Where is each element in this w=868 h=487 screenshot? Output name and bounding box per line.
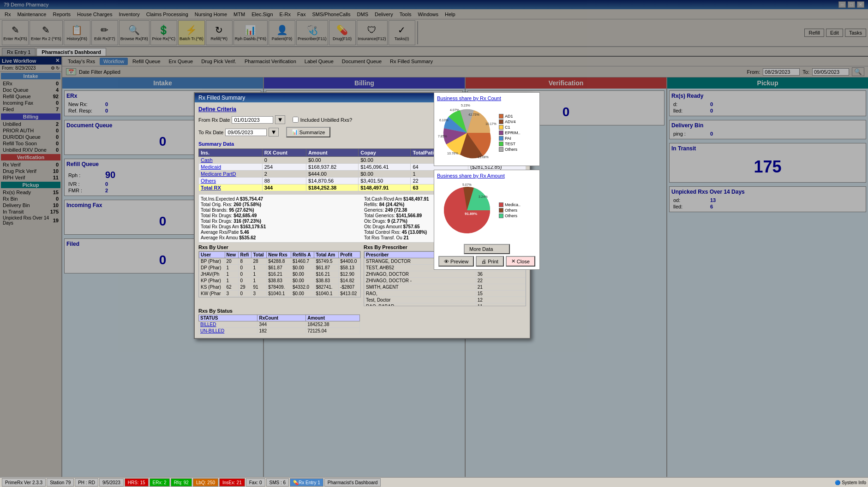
- rx-entry-icon: 💊: [293, 480, 299, 485]
- user-label: PH : RD: [75, 478, 98, 487]
- table-row: BP (Phar)20828 $4288.8$1460.7$5749.5$440…: [199, 258, 360, 265]
- sms-status[interactable]: SMS : 6: [266, 478, 289, 487]
- table-row: ZHIVAGO, DOCTOR36: [365, 271, 526, 278]
- status-bar: PrimeRx Ver 2.3.3 Station 79 PH : RD 9/5…: [0, 477, 868, 487]
- rxs-by-status-title: Rxs By Status: [198, 308, 526, 314]
- table-row: DP (Phar)101 $61.87$0.00$61.87$58.13: [199, 265, 360, 271]
- to-date-picker[interactable]: ▼: [269, 128, 278, 137]
- rx-count-pie-chart: 10.17% 13.08% 10.76% 7.85% 6.10% 4.07% 5…: [437, 103, 497, 163]
- include-unbilled-row: Included Unbilled Rxs?: [293, 117, 353, 123]
- rx-count-chart-box: Business share by Rx Count: [434, 92, 540, 166]
- svg-text:4.07%: 4.07%: [450, 108, 459, 112]
- svg-text:91.89%: 91.89%: [465, 212, 477, 216]
- print-btn[interactable]: 🖨 Print: [476, 256, 504, 267]
- preview-btn[interactable]: 👁 Preview: [438, 256, 474, 267]
- table-row: RAO, BABAR11: [365, 303, 526, 307]
- rx-amount-chart-title[interactable]: Business share by Rx Amount: [437, 173, 537, 178]
- close-icon: ✕: [511, 258, 515, 264]
- fax-status[interactable]: Fax: 0: [246, 478, 265, 487]
- sysinfo-btn[interactable]: 🔵 System Info: [835, 480, 866, 485]
- rxs-by-status-table: STATUS RxCount Amount BILLED 344 184252.…: [198, 315, 360, 334]
- include-unbilled-label: Included Unbilled Rxs?: [300, 117, 353, 123]
- rfq-status[interactable]: Rfq: 92: [171, 478, 192, 487]
- svg-text:10.17%: 10.17%: [485, 122, 497, 125]
- rxs-by-status-section: Rxs By Status STATUS RxCount Amount BILL…: [198, 308, 526, 334]
- erx-status[interactable]: ERx: 2: [150, 478, 170, 487]
- svg-text:13.08%: 13.08%: [478, 155, 489, 159]
- table-row: SMITH, AGENT21: [365, 284, 526, 291]
- close-modal-btn[interactable]: ✕ Close: [506, 256, 535, 267]
- summarize-btn[interactable]: 📊 Summarize: [286, 127, 331, 137]
- modal-title: Rx Filled Summary: [198, 95, 245, 101]
- station-label: Station 79: [47, 478, 74, 487]
- action-buttons-row: 👁 Preview 🖨 Print ✕ Close: [438, 256, 535, 267]
- insex-status[interactable]: InsEx: 21: [219, 478, 245, 487]
- table-row: RAO,15: [365, 291, 526, 297]
- summarize-icon: 📊: [292, 129, 298, 135]
- lbq-status[interactable]: LbQ: 250: [193, 478, 218, 487]
- svg-text:10.76%: 10.76%: [447, 152, 458, 155]
- pharmacist-dashboard-tab-status[interactable]: Pharmacist's Dashboard: [324, 478, 381, 487]
- rx-amount-pie-chart: 91.89% 5.07% 3.24%: [437, 180, 497, 240]
- table-row: KS (Phar)622991 $78409.$4332.0$82741.-$2…: [199, 284, 360, 291]
- rxs-by-user-section: Rxs By User User New Refi Total New Rxs …: [198, 244, 361, 306]
- svg-text:5.23%: 5.23%: [461, 104, 470, 107]
- preview-icon: 👁: [444, 259, 449, 264]
- table-row: KW (Phar303 $1040.1$0.00$1040.1$413.02: [199, 291, 360, 297]
- rxs-by-user-table: User New Refi Total New Rxs Refills A To…: [199, 251, 360, 297]
- from-date-row: From Rx Date ▼: [198, 115, 285, 124]
- to-date-label: To Rx Date: [198, 130, 223, 135]
- rxs-by-user-scroll[interactable]: User New Refi Total New Rxs Refills A To…: [198, 251, 361, 297]
- to-date-input[interactable]: [225, 129, 267, 136]
- rx-amount-legend: Medica.. Others Others: [499, 180, 521, 240]
- from-date-input[interactable]: [232, 116, 273, 124]
- include-unbilled-checkbox[interactable]: [293, 117, 299, 123]
- print-icon: 🖨: [481, 259, 486, 264]
- table-row: UN-BILLED 182 72125.04: [199, 328, 360, 334]
- svg-text:5.07%: 5.07%: [462, 183, 472, 186]
- table-row: BILLED 344 184252.38: [199, 321, 360, 328]
- svg-text:7.85%: 7.85%: [438, 135, 447, 138]
- rx-count-legend: AD1 ADV4 C1 EPRIM.. PAI TEST Others: [499, 103, 521, 163]
- rxs-by-user-title: Rxs By User: [198, 244, 361, 250]
- rx-entry-tab-status[interactable]: 💊 Rx Entry 1: [290, 478, 323, 487]
- table-row: JHAV(Ph101 $16.21$0.00$16.21$12.90: [199, 271, 360, 278]
- svg-text:3.24%: 3.24%: [479, 195, 488, 198]
- rx-amount-chart-box: Business share by Rx Amount 91.89% 5.07%…: [434, 170, 540, 270]
- table-row: ZHIVAGO, DOCTOR -22: [365, 278, 526, 284]
- svg-text:6.10%: 6.10%: [439, 119, 449, 122]
- from-date-label: From Rx Date: [198, 117, 230, 123]
- hrs-status[interactable]: HRS: 15: [125, 478, 149, 487]
- charts-panel: Business share by Rx Count: [434, 92, 540, 270]
- from-date-picker[interactable]: ▼: [275, 115, 285, 124]
- rx-count-chart-content: 10.17% 13.08% 10.76% 7.85% 6.10% 4.07% 5…: [437, 103, 537, 163]
- chart-buttons: More Data 👁 Preview 🖨 Print ✕ Close: [437, 244, 537, 267]
- more-data-btn[interactable]: More Data: [464, 244, 510, 254]
- date-label: 9/5/2023: [99, 478, 124, 487]
- svg-text:42.73%: 42.73%: [468, 113, 479, 116]
- rx-count-chart-title[interactable]: Business share by Rx Count: [437, 95, 537, 101]
- rx-amount-chart-content: 91.89% 5.07% 3.24% Medica.. Others Other…: [437, 180, 537, 240]
- table-row: KP (Phar)101 $38.83$0.00$38.83$14.82: [199, 278, 360, 284]
- table-row: Test, Doctor12: [365, 297, 526, 303]
- version-label: PrimeRx Ver 2.3.3: [2, 478, 46, 487]
